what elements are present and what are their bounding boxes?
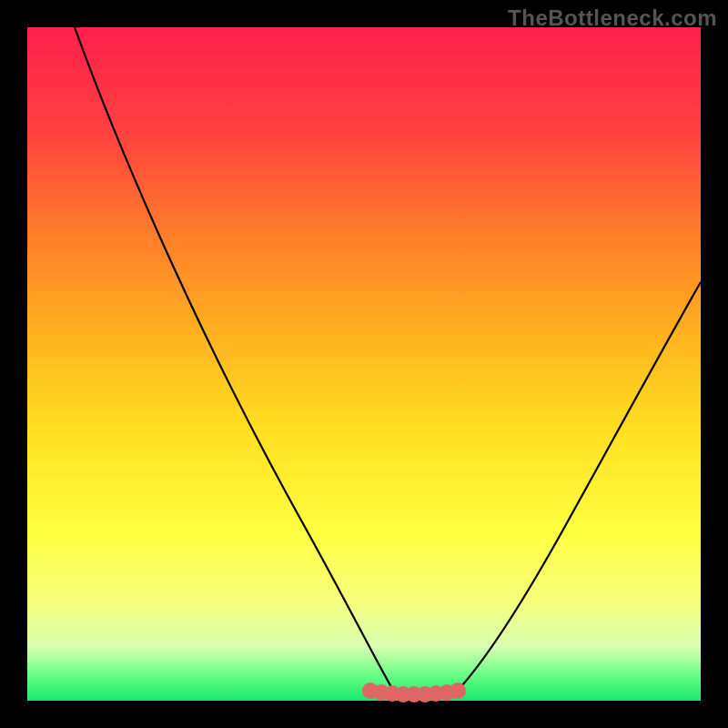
plot-area: [27, 27, 701, 701]
curve-layer: [27, 27, 701, 701]
optimal-band: [362, 681, 462, 699]
watermark-text: TheBottleneck.com: [508, 5, 717, 31]
left-curve: [75, 27, 399, 693]
right-curve: [455, 282, 701, 693]
marker-dot: [450, 682, 466, 699]
chart-frame: TheBottleneck.com: [0, 0, 728, 728]
